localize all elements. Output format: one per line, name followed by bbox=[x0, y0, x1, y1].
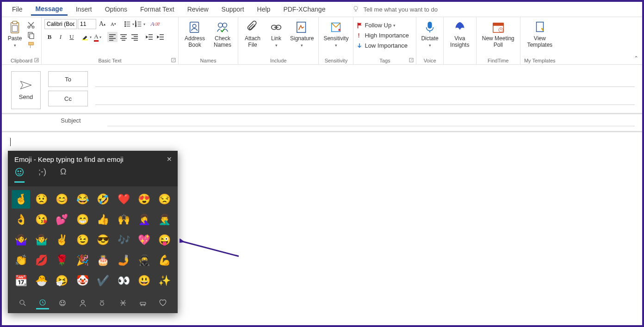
emoji-cell[interactable]: 😟 bbox=[32, 190, 51, 209]
collapse-ribbon-button[interactable]: ⌃ bbox=[634, 55, 638, 62]
bullets-button[interactable] bbox=[124, 19, 134, 29]
emoji-cat-food[interactable] bbox=[117, 296, 130, 309]
highlight-button[interactable] bbox=[81, 32, 92, 42]
emoji-cell[interactable]: 🙌 bbox=[114, 210, 133, 229]
emoji-tab-emoji[interactable] bbox=[14, 167, 25, 183]
emoji-cat-people[interactable] bbox=[76, 296, 89, 309]
cc-button[interactable]: Cc bbox=[48, 91, 88, 106]
align-right-button[interactable] bbox=[130, 32, 140, 42]
font-family-select[interactable] bbox=[44, 19, 77, 29]
emoji-cell[interactable]: 🤡 bbox=[73, 271, 92, 290]
view-templates-button[interactable]: View Templates bbox=[523, 19, 557, 49]
tab-review[interactable]: Review bbox=[183, 4, 213, 15]
emoji-cell[interactable]: 🤷‍♀️ bbox=[12, 231, 30, 249]
clear-formatting-button[interactable]: A⌫ bbox=[150, 19, 160, 29]
high-importance-button[interactable]: ! High Importance bbox=[356, 31, 409, 40]
emoji-cell[interactable]: 🤦‍♂️ bbox=[155, 210, 174, 229]
emoji-cat-smileys[interactable] bbox=[56, 296, 69, 309]
emoji-cell[interactable]: ❤️ bbox=[114, 190, 133, 209]
emoji-tab-symbols[interactable]: Ω bbox=[60, 167, 66, 183]
emoji-cell[interactable]: 🎂 bbox=[94, 251, 112, 270]
emoji-cell[interactable]: 🌹 bbox=[53, 251, 71, 270]
dictate-button[interactable]: Dictate ▾ bbox=[419, 19, 440, 49]
emoji-cell[interactable]: 🎶 bbox=[114, 231, 133, 249]
signature-button[interactable]: Signature ▾ bbox=[288, 19, 316, 49]
tab-support[interactable]: Support bbox=[217, 4, 249, 15]
increase-indent-button[interactable] bbox=[155, 32, 166, 42]
tab-message[interactable]: Message bbox=[31, 3, 68, 16]
emoji-cell[interactable]: 💖 bbox=[135, 231, 153, 249]
emoji-cell[interactable]: ✨ bbox=[155, 271, 174, 290]
align-left-button[interactable] bbox=[107, 32, 118, 42]
emoji-cat-symbols[interactable] bbox=[156, 296, 169, 309]
emoji-cell[interactable]: 😜 bbox=[155, 231, 174, 249]
tab-help[interactable]: Help bbox=[253, 4, 275, 15]
numbering-button[interactable]: 123 bbox=[135, 19, 145, 29]
emoji-cell[interactable]: 👌 bbox=[12, 210, 30, 229]
emoji-cat-recent[interactable] bbox=[36, 296, 49, 309]
emoji-close-button[interactable]: ✕ bbox=[167, 155, 172, 163]
tab-file[interactable]: File bbox=[7, 4, 27, 15]
emoji-cell[interactable]: 🤧 bbox=[53, 271, 71, 290]
decrease-indent-button[interactable] bbox=[144, 32, 155, 42]
emoji-cell[interactable]: 💋 bbox=[32, 251, 51, 270]
emoji-cat-transport[interactable] bbox=[136, 296, 149, 309]
emoji-cell[interactable]: 🤣 bbox=[94, 190, 112, 209]
emoji-cell[interactable]: 🐣 bbox=[32, 271, 51, 290]
font-size-select[interactable] bbox=[78, 19, 96, 29]
tell-me-search[interactable]: Tell me what you want to do bbox=[352, 5, 437, 14]
emoji-cell[interactable]: 🤳 bbox=[114, 251, 133, 270]
tab-insert[interactable]: Insert bbox=[71, 4, 97, 15]
emoji-cell[interactable]: 👀 bbox=[114, 271, 133, 290]
emoji-cell[interactable]: 💪 bbox=[155, 251, 174, 270]
emoji-cell[interactable]: 😉 bbox=[73, 231, 92, 249]
link-button[interactable]: Link ▾ bbox=[266, 19, 286, 49]
increase-font-button[interactable]: A▴ bbox=[97, 19, 107, 29]
emoji-cell[interactable]: 📆 bbox=[12, 271, 30, 290]
tab-options[interactable]: Options bbox=[100, 4, 132, 15]
emoji-cell[interactable]: 😊 bbox=[53, 190, 71, 209]
low-importance-button[interactable]: Low Importance bbox=[356, 41, 408, 50]
basic-text-dialog-launcher[interactable] bbox=[171, 58, 176, 63]
underline-button[interactable]: U bbox=[67, 32, 77, 42]
copy-button[interactable] bbox=[27, 31, 35, 39]
tags-dialog-launcher[interactable] bbox=[409, 58, 414, 63]
emoji-cell[interactable]: 🤦‍♀️ bbox=[135, 210, 153, 229]
emoji-cell[interactable]: 😍 bbox=[135, 190, 153, 209]
subject-field[interactable] bbox=[107, 114, 635, 126]
emoji-cell[interactable]: 😁 bbox=[73, 210, 92, 229]
cc-field[interactable] bbox=[95, 92, 635, 105]
check-names-button[interactable]: Check Names bbox=[210, 19, 235, 49]
emoji-tab-kaomoji[interactable]: ;-) bbox=[38, 167, 46, 183]
decrease-font-button[interactable]: A▾ bbox=[108, 19, 118, 29]
to-field[interactable] bbox=[95, 74, 635, 87]
emoji-cell[interactable]: 🤷‍♂️ bbox=[32, 231, 51, 249]
format-painter-button[interactable] bbox=[27, 41, 35, 49]
attach-file-button[interactable]: Attach File bbox=[241, 19, 264, 49]
italic-button[interactable]: I bbox=[56, 32, 66, 42]
align-center-button[interactable] bbox=[118, 32, 129, 42]
emoji-cell[interactable]: ✔️ bbox=[94, 271, 112, 290]
font-color-button[interactable]: A bbox=[93, 32, 103, 42]
paste-button[interactable]: Paste ▾ bbox=[5, 19, 25, 49]
cut-button[interactable] bbox=[27, 21, 35, 29]
emoji-cell[interactable]: 👏 bbox=[12, 251, 30, 270]
viva-insights-button[interactable]: Viva Insights bbox=[446, 19, 473, 49]
emoji-cell[interactable]: 💕 bbox=[53, 210, 71, 229]
emoji-cat-celebration[interactable] bbox=[96, 296, 109, 309]
emoji-cell[interactable]: 😂 bbox=[73, 190, 92, 209]
tab-pdf-xchange[interactable]: PDF-XChange bbox=[279, 4, 330, 15]
emoji-cell[interactable]: 🤞 bbox=[12, 190, 30, 209]
emoji-cell[interactable]: 😒 bbox=[155, 190, 174, 209]
clipboard-dialog-launcher[interactable] bbox=[34, 58, 39, 63]
emoji-cell[interactable]: 👍 bbox=[94, 210, 112, 229]
to-button[interactable]: To bbox=[48, 71, 88, 87]
emoji-cell[interactable]: 🥷 bbox=[135, 251, 153, 270]
sensitivity-button[interactable]: Sensitivity ▾ bbox=[322, 19, 350, 49]
emoji-cell[interactable]: 😃 bbox=[135, 271, 153, 290]
bold-button[interactable]: B bbox=[44, 32, 55, 42]
tab-format-text[interactable]: Format Text bbox=[136, 4, 179, 15]
send-button[interactable]: Send bbox=[11, 71, 41, 109]
emoji-cell[interactable]: 😘 bbox=[32, 210, 51, 229]
address-book-button[interactable]: Address Book bbox=[181, 19, 208, 49]
